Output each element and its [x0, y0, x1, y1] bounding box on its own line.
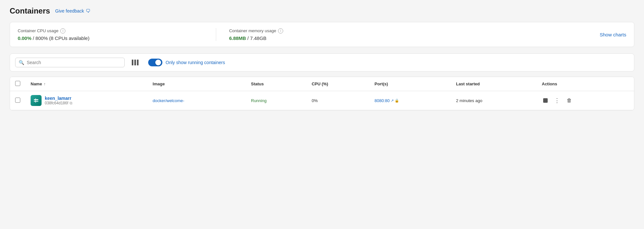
lock-icon: 🔒 [395, 99, 399, 103]
container-port-link[interactable]: 8080:80 ↗ 🔒 [375, 98, 399, 103]
toolbar: 🔍 Only show running containers [10, 53, 634, 72]
header-name: Name ↑ [25, 77, 148, 91]
running-containers-toggle-wrapper: Only show running containers [148, 59, 225, 66]
delete-icon: 🗑 [567, 98, 572, 103]
row-status-cell: Running [246, 91, 306, 110]
row-image-cell: docker/welcome- [148, 91, 246, 110]
memory-info-icon[interactable]: i [278, 28, 283, 33]
page-header: Containers Give feedback 🗨 [10, 6, 634, 15]
columns-icon[interactable] [130, 58, 140, 67]
row-cpu-cell: 0% [306, 91, 369, 110]
container-short-id: 038fc64d186f [45, 101, 68, 105]
copy-id-icon[interactable]: ⧉ [70, 101, 72, 105]
cpu-stat: Container CPU usage i 0.00% / 800% (8 CP… [18, 28, 203, 41]
row-name-cell: keen_lamarr 038fc64d186f ⧉ [25, 91, 148, 110]
feedback-label: Give feedback [55, 8, 84, 14]
container-last-started: 2 minutes ago [456, 98, 482, 103]
external-link-icon: ↗ [391, 99, 394, 103]
running-containers-toggle[interactable] [148, 59, 162, 66]
row-actions-cell: ⋮ 🗑 [537, 91, 634, 110]
search-box: 🔍 [15, 58, 125, 67]
cpu-stat-value: 0.00% / 800% (8 CPUs available) [18, 35, 203, 41]
memory-stat: Container memory usage i 6.88MB / 7.48GB [229, 28, 414, 41]
svg-rect-2 [35, 98, 36, 103]
stats-bar: Container CPU usage i 0.00% / 800% (8 CP… [10, 22, 634, 47]
memory-rest: / 7.48GB [246, 35, 266, 41]
container-cpu: 0% [312, 98, 318, 103]
container-name-link[interactable]: keen_lamarr [45, 96, 72, 101]
cpu-stat-label: Container CPU usage [18, 28, 58, 33]
more-actions-button[interactable]: ⋮ [553, 96, 562, 105]
search-input[interactable] [27, 60, 121, 65]
more-icon: ⋮ [554, 97, 560, 104]
header-actions: Actions [537, 77, 634, 91]
header-cpu: CPU (%) [306, 77, 369, 91]
memory-stat-label: Container memory usage [229, 28, 276, 33]
search-icon: 🔍 [19, 60, 24, 65]
sort-arrow-icon: ↑ [43, 82, 45, 86]
port-value: 8080:80 [375, 98, 390, 103]
memory-highlight: 6.88MB [229, 35, 246, 41]
running-containers-label: Only show running containers [166, 60, 225, 65]
containers-table: Name ↑ Image Status CPU (%) Port(s) Last… [10, 77, 634, 110]
stat-divider [216, 28, 216, 41]
table-row: keen_lamarr 038fc64d186f ⧉ docker/welcom… [10, 91, 634, 110]
cpu-highlight: 0.00% [18, 35, 32, 41]
feedback-link[interactable]: Give feedback 🗨 [55, 8, 90, 14]
header-last-started: Last started [451, 77, 536, 91]
page-title: Containers [10, 6, 50, 15]
row-checkbox[interactable] [15, 98, 20, 103]
feedback-icon: 🗨 [86, 8, 90, 14]
select-all-checkbox[interactable] [15, 81, 20, 86]
row-last-started-cell: 2 minutes ago [451, 91, 536, 110]
header-status: Status [246, 77, 306, 91]
show-charts-button[interactable]: Show charts [600, 32, 626, 37]
header-checkbox-cell [10, 77, 25, 91]
stop-icon [543, 98, 548, 103]
memory-stat-value: 6.88MB / 7.48GB [229, 35, 414, 41]
header-image: Image [148, 77, 246, 91]
table-header-row: Name ↑ Image Status CPU (%) Port(s) Last… [10, 77, 634, 91]
delete-container-button[interactable]: 🗑 [565, 96, 573, 105]
header-ports: Port(s) [370, 77, 451, 91]
row-ports-cell: 8080:80 ↗ 🔒 [370, 91, 451, 110]
cpu-info-icon[interactable]: i [60, 28, 65, 33]
row-checkbox-cell [10, 91, 25, 110]
container-image-link[interactable]: docker/welcome- [153, 98, 184, 103]
stop-container-button[interactable] [542, 97, 549, 104]
container-icon [31, 95, 42, 106]
cpu-rest: / 800% (8 CPUs available) [32, 35, 90, 41]
container-status: Running [251, 98, 266, 103]
